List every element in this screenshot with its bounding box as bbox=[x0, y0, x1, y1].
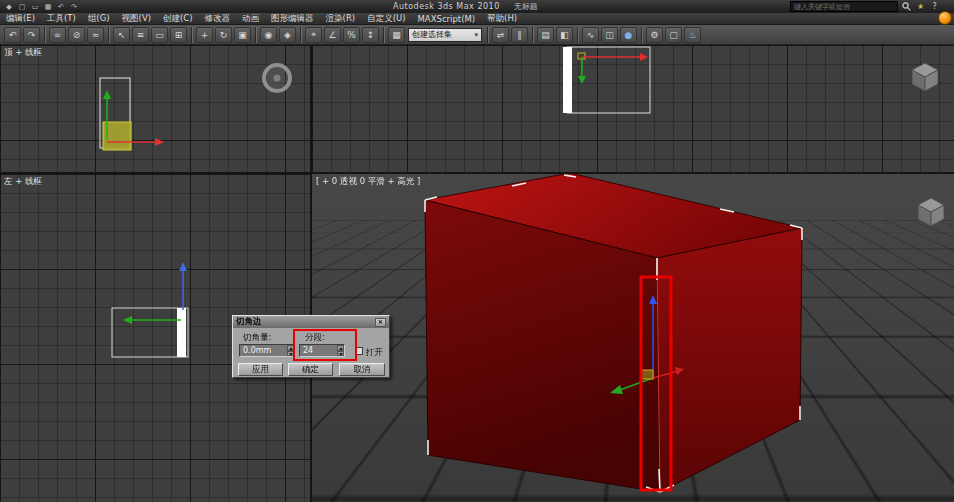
percent-snap-icon[interactable]: % bbox=[343, 27, 360, 43]
mirror-icon[interactable]: ⇌ bbox=[492, 27, 509, 43]
menu-customize[interactable]: 自定义(U) bbox=[361, 13, 411, 25]
viewport-top[interactable]: 顶 + 线框 bbox=[0, 45, 310, 172]
unlink-icon[interactable]: ⊘ bbox=[68, 27, 85, 43]
chamfer-amount-field[interactable]: 0.0mm bbox=[239, 344, 295, 357]
redo-small-icon[interactable]: ↷ bbox=[68, 2, 80, 12]
menu-help[interactable]: 帮助(H) bbox=[481, 13, 523, 25]
gizmo-x-arrowhead bbox=[640, 53, 648, 61]
bind-spacewarp-icon[interactable]: ≈ bbox=[87, 27, 104, 43]
toolbar-separator bbox=[44, 27, 45, 43]
3dsmax-window: ◆▢▭▦↶↷ Autodesk 3ds Max 2010 无标题 ★ ? 编辑(… bbox=[0, 0, 954, 502]
toolbar-separator bbox=[577, 27, 578, 43]
chevron-down-icon: ▾ bbox=[474, 31, 478, 39]
menu-edit[interactable]: 编辑(E) bbox=[0, 13, 41, 25]
menu-rendering[interactable]: 渲染(R) bbox=[320, 13, 362, 25]
document-title: 无标题 bbox=[514, 1, 538, 12]
render-production-icon[interactable]: ♨ bbox=[684, 27, 701, 43]
menu-create[interactable]: 创建(C) bbox=[157, 13, 199, 25]
menu-tools[interactable]: 工具(T) bbox=[41, 13, 82, 25]
undo-small-icon[interactable]: ↶ bbox=[55, 2, 67, 12]
viewport-perspective[interactable]: [ + 0 透视 0 平滑 + 高光 ] bbox=[312, 174, 954, 502]
selected-edge-front-view bbox=[563, 47, 572, 113]
app-icon[interactable]: ◆ bbox=[3, 2, 15, 12]
gizmo-x-arrowhead bbox=[155, 138, 164, 146]
segments-spinner[interactable] bbox=[337, 345, 344, 356]
use-pivot-icon[interactable]: ◉ bbox=[260, 27, 277, 43]
segments-label: 分段: bbox=[305, 332, 325, 344]
selection-outline-left-view bbox=[112, 308, 188, 357]
spinner-down-icon[interactable] bbox=[287, 351, 294, 357]
edit-named-sets-icon[interactable]: ▦ bbox=[388, 27, 405, 43]
favorites-star-icon[interactable]: ★ bbox=[915, 1, 926, 12]
menu-modifiers[interactable]: 修改器 bbox=[199, 13, 237, 25]
apply-button[interactable]: 应用 bbox=[238, 363, 283, 376]
infocenter-search-input[interactable] bbox=[790, 1, 898, 12]
toolbar-separator bbox=[255, 27, 256, 43]
quick-access-toolbar: ◆▢▭▦↶↷ bbox=[0, 2, 80, 12]
window-crossing-icon[interactable]: ⊞ bbox=[170, 27, 187, 43]
dialog-titlebar[interactable]: 切角边 × bbox=[233, 316, 389, 328]
chamfer-edge-dialog: 切角边 × 切角量: 分段: 0.0mm 24 打开 应用 确定 取消 bbox=[232, 315, 390, 378]
menu-animation[interactable]: 动画 bbox=[236, 13, 265, 25]
save-file-icon[interactable]: ▦ bbox=[42, 2, 54, 12]
layer-manager-icon[interactable]: ▤ bbox=[537, 27, 554, 43]
snap-toggle-icon[interactable]: ⌖ bbox=[305, 27, 322, 43]
angle-snap-icon[interactable]: ∠ bbox=[324, 27, 341, 43]
curve-editor-icon[interactable]: ∿ bbox=[582, 27, 599, 43]
dialog-title: 切角边 bbox=[236, 316, 262, 328]
open-checkbox[interactable] bbox=[355, 347, 363, 355]
select-scale-icon[interactable]: ▣ bbox=[234, 27, 251, 43]
select-link-icon[interactable]: ∞ bbox=[49, 27, 66, 43]
named-selection-sets-combo[interactable]: 创建选择集▾ bbox=[408, 28, 482, 42]
menu-views[interactable]: 视图(V) bbox=[116, 13, 157, 25]
toolbar-separator bbox=[532, 27, 533, 43]
infocenter: ★ ? bbox=[790, 1, 940, 12]
spinner-down-icon[interactable] bbox=[337, 351, 344, 357]
spinner-snap-icon[interactable]: ↕ bbox=[362, 27, 379, 43]
select-object-icon[interactable]: ↖ bbox=[113, 27, 130, 43]
chamfer-amount-spinner[interactable] bbox=[287, 345, 294, 356]
gizmo-y-arrowhead bbox=[123, 316, 132, 324]
viewport-left-label[interactable]: 左 + 线框 bbox=[4, 176, 42, 188]
viewcube[interactable] bbox=[912, 63, 938, 91]
infocenter-orb-icon[interactable] bbox=[938, 11, 952, 25]
ok-button[interactable]: 确定 bbox=[288, 363, 333, 376]
select-manipulate-icon[interactable]: ◈ bbox=[279, 27, 296, 43]
undo-icon[interactable]: ↶ bbox=[4, 27, 21, 43]
material-editor-icon[interactable]: ● bbox=[620, 27, 637, 43]
viewcube[interactable] bbox=[918, 198, 944, 226]
viewport-top-label[interactable]: 顶 + 线框 bbox=[4, 47, 42, 59]
select-by-name-icon[interactable]: ≡ bbox=[132, 27, 149, 43]
viewport-perspective-label[interactable]: [ + 0 透视 0 平滑 + 高光 ] bbox=[316, 176, 420, 188]
main-toolbar: ↶↷∞⊘≈↖≡▭⊞+↻▣◉◈⌖∠%↕▦创建选择集▾⇌∥▤◧∿◫●⚙▢♨ bbox=[0, 25, 954, 45]
align-icon[interactable]: ∥ bbox=[511, 27, 528, 43]
chamfer-amount-value: 0.0mm bbox=[243, 346, 271, 355]
cancel-button[interactable]: 取消 bbox=[339, 363, 385, 376]
render-setup-icon[interactable]: ⚙ bbox=[646, 27, 663, 43]
search-icon[interactable] bbox=[901, 1, 912, 12]
close-icon[interactable]: × bbox=[375, 318, 386, 327]
graphite-ribbon-icon[interactable]: ◧ bbox=[556, 27, 573, 43]
open-checkbox-label: 打开 bbox=[366, 347, 383, 359]
toolbar-separator bbox=[383, 27, 384, 43]
rendered-frame-icon[interactable]: ▢ bbox=[665, 27, 682, 43]
segments-field[interactable]: 24 bbox=[299, 344, 345, 357]
menu-graph-editors[interactable]: 图形编辑器 bbox=[265, 13, 320, 25]
select-rotate-icon[interactable]: ↻ bbox=[215, 27, 232, 43]
schematic-view-icon[interactable]: ◫ bbox=[601, 27, 618, 43]
gizmo-plane-handle[interactable] bbox=[641, 370, 653, 379]
new-scene-icon[interactable]: ▢ bbox=[16, 2, 28, 12]
menu-maxscript[interactable]: MAXScript(M) bbox=[412, 14, 482, 24]
menu-group[interactable]: 组(G) bbox=[82, 13, 116, 25]
box-right-face[interactable] bbox=[657, 228, 802, 492]
titlebar: ◆▢▭▦↶↷ Autodesk 3ds Max 2010 无标题 ★ ? bbox=[0, 0, 954, 13]
gizmo-z-arrowhead bbox=[179, 262, 187, 271]
help-icon[interactable]: ? bbox=[929, 1, 940, 12]
toolbar-separator bbox=[487, 27, 488, 43]
toolbar-separator bbox=[641, 27, 642, 43]
rect-region-icon[interactable]: ▭ bbox=[151, 27, 168, 43]
viewport-front[interactable] bbox=[312, 45, 954, 172]
redo-icon[interactable]: ↷ bbox=[23, 27, 40, 43]
select-move-icon[interactable]: + bbox=[196, 27, 213, 43]
open-file-icon[interactable]: ▭ bbox=[29, 2, 41, 12]
